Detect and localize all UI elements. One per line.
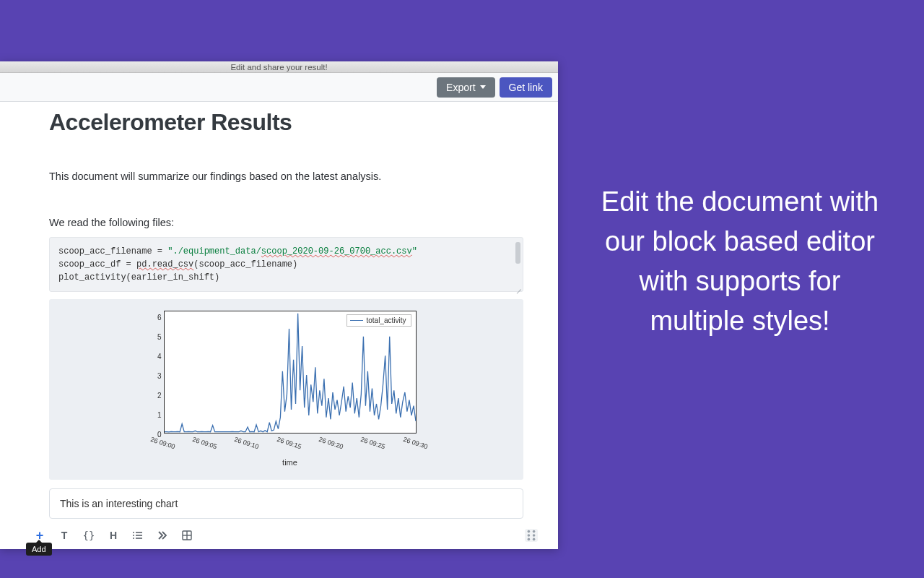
x-tick: 26 09:10 xyxy=(234,436,260,450)
more-block-button[interactable] xyxy=(156,529,169,542)
x-tick: 26 09:25 xyxy=(360,436,386,450)
promo-text: Edit the document with our block based e… xyxy=(588,182,892,341)
svg-point-28 xyxy=(533,534,536,537)
svg-point-21 xyxy=(133,538,134,539)
get-link-button[interactable]: Get link xyxy=(500,77,552,98)
legend-label: total_activity xyxy=(366,316,406,324)
chevrons-right-icon xyxy=(157,530,168,541)
svg-point-29 xyxy=(528,538,531,541)
list-icon xyxy=(132,530,144,541)
y-tick: 5 xyxy=(157,333,162,341)
y-tick: 4 xyxy=(157,353,162,361)
svg-point-20 xyxy=(133,535,134,536)
table-icon xyxy=(181,530,193,541)
text-block-button[interactable]: T xyxy=(58,529,71,542)
chart-x-label: time xyxy=(282,458,297,467)
caption-input[interactable]: This is an interesting chart xyxy=(49,488,523,519)
files-intro-paragraph[interactable]: We read the following files: xyxy=(49,217,523,228)
summary-paragraph[interactable]: This document will summarize our finding… xyxy=(49,171,523,182)
x-tick: 26 09:05 xyxy=(191,436,217,450)
code-block[interactable]: scoop_acc_filename = "./equipment_data/s… xyxy=(49,237,523,292)
scrollbar[interactable] xyxy=(515,242,520,264)
svg-point-19 xyxy=(133,532,134,533)
legend-line-icon xyxy=(350,320,363,321)
document-body: Accelerometer Results This document will… xyxy=(0,102,558,549)
export-button[interactable]: Export xyxy=(437,77,494,98)
svg-point-25 xyxy=(528,530,531,533)
x-tick: 26 09:20 xyxy=(318,436,344,450)
x-tick: 26 09:30 xyxy=(402,436,428,450)
add-tooltip: Add xyxy=(26,543,52,556)
code-block-button[interactable]: {} xyxy=(82,529,95,542)
y-tick: 1 xyxy=(157,411,162,419)
page-title[interactable]: Accelerometer Results xyxy=(49,109,523,136)
block-toolbar: + T {} H xyxy=(33,529,507,542)
list-block-button[interactable] xyxy=(131,529,144,542)
drag-handle-icon xyxy=(525,529,538,542)
export-button-label: Export xyxy=(446,82,475,93)
svg-point-30 xyxy=(533,538,536,541)
y-tick: 6 xyxy=(157,314,162,322)
heading-block-button[interactable]: H xyxy=(107,529,120,542)
chart-legend: total_activity xyxy=(346,314,411,327)
x-tick: 26 09:15 xyxy=(276,436,302,450)
svg-point-26 xyxy=(533,530,536,533)
get-link-button-label: Get link xyxy=(509,82,543,93)
svg-point-27 xyxy=(528,534,531,537)
chart-output-cell: total_activity 012345626 09:0026 09:0526… xyxy=(49,299,523,480)
toolbar: Export Get link xyxy=(0,73,558,102)
resize-handle-icon[interactable] xyxy=(515,284,521,290)
chart: total_activity 012345626 09:0026 09:0526… xyxy=(135,306,438,473)
caret-down-icon xyxy=(480,85,486,89)
y-tick: 3 xyxy=(157,372,162,380)
table-block-button[interactable] xyxy=(180,529,193,542)
drag-handle[interactable] xyxy=(525,529,538,542)
window-titlebar: Edit and share your result! xyxy=(0,61,558,73)
x-tick: 26 09:00 xyxy=(149,436,175,450)
app-window: Edit and share your result! Export Get l… xyxy=(0,61,558,549)
y-tick: 2 xyxy=(157,392,162,400)
